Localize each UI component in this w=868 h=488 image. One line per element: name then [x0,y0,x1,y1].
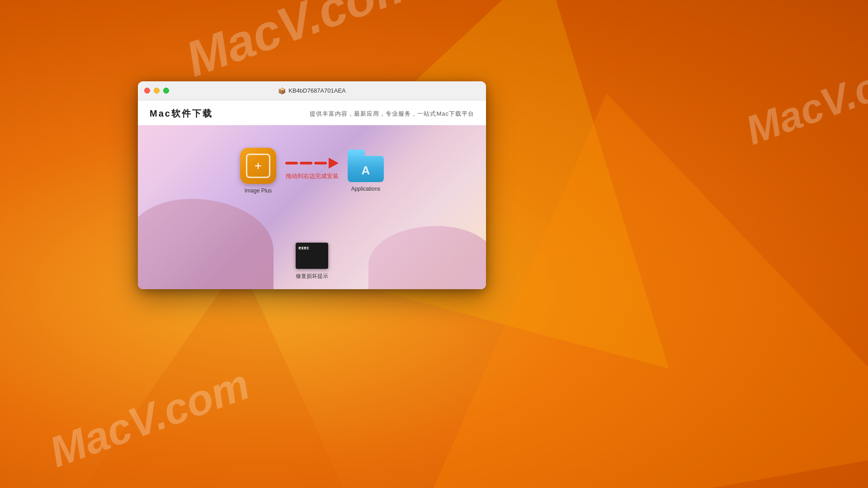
app-icon-label: Image Plus [245,188,272,194]
imageplus-icon[interactable]: + [240,148,276,184]
dmg-content: + Image Plus 拖动到右边完成安装 [138,125,486,289]
arrow-head [329,158,339,169]
applications-wrapper: A Applications [348,150,384,192]
exec-text: exec [298,245,309,250]
folder-a-symbol: A [362,164,370,178]
applications-label: Applications [351,186,381,192]
maximize-button[interactable] [163,88,169,94]
minimize-button[interactable] [154,88,160,94]
install-row: + Image Plus 拖动到右边完成安装 [138,148,486,194]
dash-2 [300,162,312,164]
dash-3 [314,162,327,164]
folder-body: A [348,156,384,182]
exec-section: exec 修复损坏提示 [296,243,328,280]
imageplus-inner: + [246,154,270,178]
titlebar: 📦 KB4bD7687A701AEA [138,81,486,100]
exec-label: 修复损坏提示 [296,272,328,280]
plus-symbol: + [255,160,262,172]
traffic-lights [144,88,169,94]
app-icon-wrapper: + Image Plus [240,148,276,194]
dashed-arrows [285,158,339,169]
dash-1 [285,162,298,164]
drag-label: 拖动到右边完成安装 [286,172,339,180]
disk-icon: 📦 [278,87,286,94]
app-title: Mac软件下载 [150,108,213,120]
titlebar-title: 📦 KB4bD7687A701AEA [278,87,345,94]
exec-icon[interactable]: exec [296,243,328,269]
header: Mac软件下载 提供丰富内容，最新应用，专业服务，一站式Mac下载平台 [138,100,486,125]
close-button[interactable] [144,88,150,94]
arrow-area: 拖动到右边完成安装 [285,158,339,180]
app-subtitle: 提供丰富内容，最新应用，专业服务，一站式Mac下载平台 [310,110,474,118]
applications-icon[interactable]: A [348,150,384,182]
dmg-window: 📦 KB4bD7687A701AEA Mac软件下载 提供丰富内容，最新应用，专… [138,81,486,289]
